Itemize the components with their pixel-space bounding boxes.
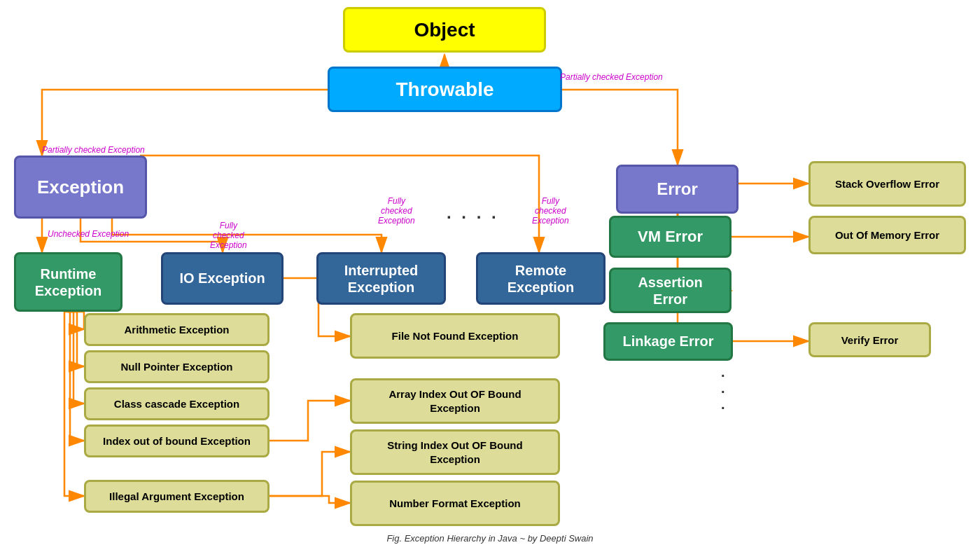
partially-checked-label-left: Partially checked Exception [42,145,145,155]
error-node: Error [616,165,738,214]
string-index-exception-node: String Index Out OF Bound Exception [350,429,560,475]
object-node: Object [343,7,546,53]
class-cascade-exception-node: Class cascade Exception [84,387,270,420]
file-not-found-exception-node: File Not Found Exception [350,313,560,359]
remote-exception-node: Remote Exception [476,252,606,305]
caption: Fig. Exception Hierarchy in Java ~ by De… [386,533,593,544]
throwable-node: Throwable [328,67,562,112]
vm-error-node: VM Error [609,216,732,258]
number-format-exception-node: Number Format Exception [350,481,560,526]
dots-more: . . . . [447,203,499,223]
assertion-error-node: Assertion Error [609,268,732,313]
exception-node: Exception [14,156,147,219]
stack-overflow-error-node: Stack Overflow Error [808,161,966,207]
verify-error-node: Verify Error [808,322,931,357]
runtime-exception-node: Runtime Exception [14,252,122,312]
dots-linkage: ... [721,364,727,413]
io-exception-node: IO Exception [161,252,284,305]
diagram: Object Throwable Partially checked Excep… [0,0,980,552]
out-of-memory-error-node: Out Of Memory Error [808,216,966,254]
array-index-exception-node: Array Index Out OF Bound Exception [350,378,560,424]
unchecked-label: Unchecked Exception [48,229,129,239]
fully-checked-label-3: Fully checked Exception [532,196,569,226]
fully-checked-label-2: Fully checked Exception [378,196,415,226]
interrupted-exception-node: Interrupted Exception [316,252,446,305]
arithmetic-exception-node: Arithmetic Exception [84,313,270,346]
linkage-error-node: Linkage Error [603,322,733,361]
index-bound-exception-node: Index out of bound Exception [84,425,270,457]
illegal-arg-exception-node: Illegal Argument Exception [84,480,270,513]
fully-checked-label-1: Fully checked Exception [210,221,247,250]
partially-checked-label-top: Partially checked Exception [560,72,663,82]
null-pointer-exception-node: Null Pointer Exception [84,350,270,383]
